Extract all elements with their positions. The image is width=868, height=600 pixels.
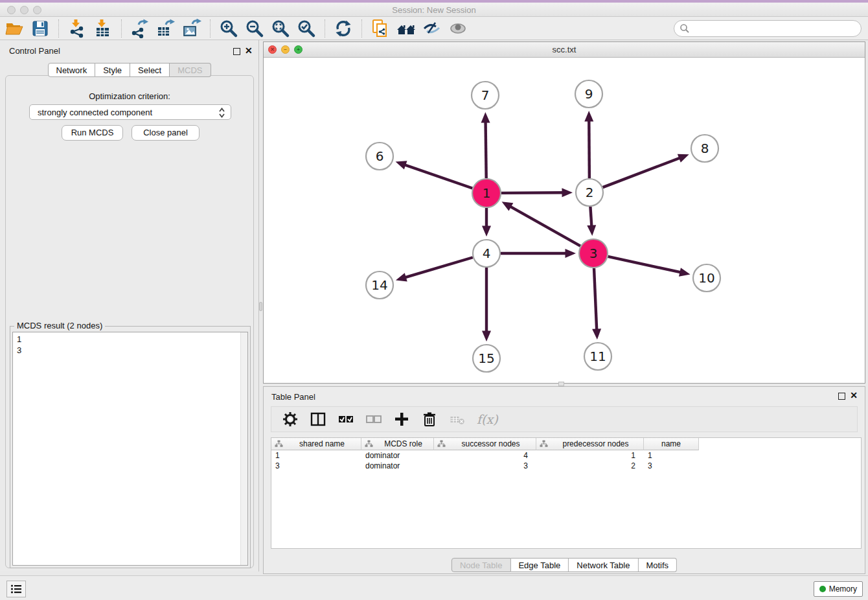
table-cell[interactable]: dominator	[361, 450, 434, 461]
graph-edge-4-14[interactable]	[405, 257, 473, 277]
graph-edge-arrowhead	[396, 273, 407, 281]
memory-button[interactable]: Memory	[814, 581, 863, 597]
criterion-value: strongly connected component	[38, 108, 152, 117]
graph-edge-3-10[interactable]	[608, 257, 681, 273]
graph-edge-1-6[interactable]	[404, 165, 472, 188]
open-file-icon[interactable]	[5, 19, 24, 38]
copy-network-icon[interactable]	[371, 19, 390, 38]
export-network-icon[interactable]	[130, 19, 150, 38]
network-window-titlebar[interactable]: ✕ − + scc.txt	[264, 42, 865, 58]
zoom-fit-icon[interactable]	[271, 19, 290, 38]
graph-node-label: 1	[483, 185, 491, 201]
home-layout-icon[interactable]	[396, 19, 416, 38]
table-cell[interactable]: 3	[644, 461, 699, 471]
zoom-in-icon[interactable]	[219, 19, 238, 38]
tab-network-table[interactable]: Network Table	[569, 558, 638, 572]
column-header-label: shared name	[283, 439, 361, 448]
table-cell[interactable]: 1	[536, 450, 644, 461]
network-graph[interactable]: 7968124314101511	[264, 58, 865, 383]
table-cell[interactable]: 3	[434, 461, 536, 471]
graph-edge-1-7[interactable]	[486, 121, 486, 178]
column-header-shared-name[interactable]: shared name	[271, 438, 361, 450]
graph-edge-2-8[interactable]	[603, 157, 681, 187]
app-title: Session: New Session	[0, 5, 868, 15]
hide-graphics-icon[interactable]	[422, 19, 442, 38]
show-columns-icon[interactable]	[310, 411, 326, 428]
column-header-name[interactable]: name	[644, 438, 699, 450]
graph-edge-1-2[interactable]	[501, 192, 564, 193]
table-cell[interactable]: dominator	[361, 461, 434, 471]
tab-network[interactable]: Network	[47, 63, 95, 77]
graph-edge-2-3[interactable]	[590, 207, 591, 227]
column-header-label: successor nodes	[446, 439, 536, 448]
tab-node-table[interactable]: Node Table	[451, 558, 511, 572]
float-panel-icon[interactable]	[233, 48, 240, 55]
memory-status-dot	[819, 586, 826, 592]
graph-edge-arrowhead	[679, 268, 691, 277]
column-header-label: MCDS role	[373, 439, 433, 448]
task-history-button[interactable]	[6, 581, 26, 597]
zoom-out-icon[interactable]	[245, 19, 264, 38]
graph-edge-2-9[interactable]	[589, 120, 589, 178]
result-scrollbar[interactable]	[240, 332, 247, 565]
close-panel-icon[interactable]: ✕	[245, 45, 253, 56]
table-cell[interactable]: 3	[271, 461, 361, 471]
export-table-icon[interactable]	[156, 19, 176, 38]
table-close-icon[interactable]: ✕	[850, 390, 858, 400]
refresh-icon[interactable]	[334, 19, 353, 38]
tab-motifs[interactable]: Motifs	[638, 558, 677, 572]
save-session-icon[interactable]	[30, 19, 50, 38]
run-mcds-button[interactable]: Run MCDS	[62, 125, 123, 141]
import-network-icon[interactable]	[67, 19, 87, 38]
graph-node-label: 14	[371, 277, 387, 293]
column-header-predecessor-nodes[interactable]: predecessor nodes	[536, 438, 644, 450]
column-header-successor-nodes[interactable]: successor nodes	[434, 438, 536, 450]
export-image-icon[interactable]	[182, 19, 201, 38]
tab-select[interactable]: Select	[130, 63, 170, 77]
unselect-all-columns-icon[interactable]	[365, 411, 382, 428]
search-input[interactable]	[674, 20, 862, 37]
graph-edge-3-11[interactable]	[594, 268, 597, 330]
delete-column-icon[interactable]	[421, 411, 438, 428]
dropdown-stepper-icon	[218, 108, 225, 118]
control-panel: Control Panel ✕ Optimization criterion: …	[0, 40, 259, 571]
table-cell[interactable]: 1	[644, 450, 699, 461]
mcds-panel: Optimization criterion: strongly connect…	[5, 75, 254, 568]
close-panel-button[interactable]: Close panel	[131, 125, 200, 141]
column-header-MCDS-role[interactable]: MCDS role	[361, 438, 434, 450]
graph-node-label: 6	[376, 148, 384, 164]
graph-edge-arrowhead	[396, 161, 407, 169]
column-type-icon	[365, 440, 373, 448]
zoom-selected-icon[interactable]	[297, 19, 316, 38]
select-all-columns-icon[interactable]	[337, 411, 354, 428]
mcds-result-textarea[interactable]: 1 3	[12, 332, 248, 566]
table-row[interactable]: 3dominator323	[271, 461, 861, 471]
column-header-label: predecessor nodes	[548, 439, 643, 448]
network-canvas[interactable]: 7968124314101511	[264, 58, 865, 383]
tab-style[interactable]: Style	[95, 63, 130, 77]
delete-table-icon[interactable]	[449, 411, 466, 428]
criterion-dropdown[interactable]: strongly connected component	[29, 104, 231, 120]
import-table-icon[interactable]	[93, 19, 113, 38]
status-bar: Memory	[0, 575, 868, 600]
network-window-title: scc.txt	[264, 45, 865, 54]
horizontal-splitter-handle[interactable]	[558, 382, 564, 386]
table-cell[interactable]: 2	[536, 461, 644, 471]
table-settings-gear-icon[interactable]	[282, 411, 299, 428]
graph-node-label: 11	[589, 349, 606, 364]
graph-node-label: 15	[478, 351, 494, 366]
show-graphics-icon[interactable]	[448, 19, 468, 38]
graph-edge-3-1[interactable]	[510, 206, 580, 246]
table-cell[interactable]: 1	[271, 450, 361, 461]
function-builder-icon[interactable]: f(x)	[477, 412, 498, 426]
toolbar-separator	[58, 19, 59, 38]
table-row[interactable]: 1dominator411	[271, 450, 861, 461]
tab-mcds[interactable]: MCDS	[170, 63, 211, 77]
table-cell[interactable]: 4	[434, 450, 536, 461]
table-body: 1dominator4113dominator323	[271, 450, 861, 471]
table-float-icon[interactable]	[838, 393, 845, 400]
create-column-icon[interactable]	[393, 411, 410, 428]
graph-node-label: 4	[483, 246, 491, 261]
vertical-splitter-handle[interactable]	[259, 302, 262, 311]
tab-edge-table[interactable]: Edge Table	[510, 558, 569, 572]
